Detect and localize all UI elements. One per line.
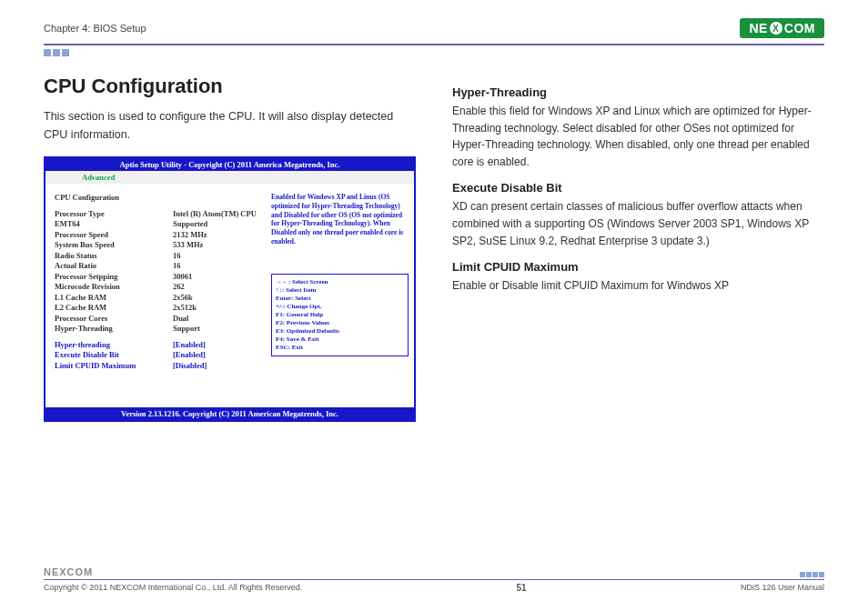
bios-row-value: Dual xyxy=(173,314,264,324)
bios-row-value: 262 xyxy=(173,282,264,292)
bios-key-hint: ESC: Exit xyxy=(276,344,404,352)
bios-option-label: Hyper-threading xyxy=(55,340,173,350)
bios-row-value: 533 MHz xyxy=(173,240,264,250)
footer-logo: NEXCOM xyxy=(44,566,93,577)
right-column: Hyper-ThreadingEnable this field for Win… xyxy=(452,75,824,422)
bios-tab-bar: Advanced xyxy=(45,171,414,184)
bios-key-hint: →←: Select Screen xyxy=(276,278,404,286)
bios-screenshot: Aptio Setup Utility - Copyright (C) 2011… xyxy=(44,156,416,422)
bios-section-heading: CPU Configuration xyxy=(55,193,173,202)
bios-row-label: Processor Cores xyxy=(55,314,173,324)
page-footer: NEXCOM Copyright © 2011 NEXCOM Internati… xyxy=(44,566,824,593)
bios-row-label: Processor Setpping xyxy=(55,272,173,282)
bios-option-value: [Enabled] xyxy=(173,340,264,350)
bios-row-value: 16 xyxy=(173,261,264,271)
bios-key-hint: ↑↓: Select Item xyxy=(276,286,404,295)
page-number: 51 xyxy=(517,583,527,593)
bios-row-label: Actual Ratio xyxy=(55,261,173,271)
bios-row-label: Processor Type xyxy=(55,209,173,219)
bios-key-hint: Enter: Select xyxy=(276,295,404,303)
bios-key-hint: F1: General Help xyxy=(276,311,404,319)
bios-key-hint: +/-: Change Opt. xyxy=(276,303,404,311)
bios-row-label: L2 Cache RAM xyxy=(55,303,173,313)
copyright-text: Copyright © 2011 NEXCOM International Co… xyxy=(44,583,302,593)
bios-row-value: 2132 MHz xyxy=(173,230,264,240)
nexcom-logo: NE X COM xyxy=(740,18,824,38)
bios-row-label: Radio Status xyxy=(55,251,173,261)
bios-title-bar: Aptio Setup Utility - Copyright (C) 2011… xyxy=(45,158,414,171)
bios-row-value: 2x56k xyxy=(173,293,264,303)
bios-option-label: Execute Disable Bit xyxy=(55,350,173,360)
bios-row-label: Hyper-Threading xyxy=(55,324,173,334)
header-divider xyxy=(44,44,824,45)
section-body: Enable or Disable limit CPUID Maximum fo… xyxy=(452,277,824,295)
bios-row-value: Intel (R) Atom(TM) CPU xyxy=(173,209,264,219)
bios-key-hint: F3: Optimized Defaults xyxy=(276,327,404,336)
bios-row-value: 16 xyxy=(173,251,264,261)
bios-footer-bar: Version 2.13.1216. Copyright (C) 2011 Am… xyxy=(45,407,414,420)
bios-row-value: 30061 xyxy=(173,272,264,282)
bios-row-label: L1 Cache RAM xyxy=(55,293,173,303)
footer-decorative-dots xyxy=(800,572,824,577)
bios-help-text: Enabled for Windows XP and Linux (OS opt… xyxy=(271,193,409,246)
intro-text: This section is used to configure the CP… xyxy=(44,107,416,144)
section-body: Enable this field for Windows XP and Lin… xyxy=(452,103,824,170)
chapter-label: Chapter 4: BIOS Setup xyxy=(44,23,146,34)
bios-option-value: [Enabled] xyxy=(173,350,264,360)
bios-row-label: Processor Speed xyxy=(55,230,173,240)
page-header: Chapter 4: BIOS Setup NE X COM xyxy=(44,18,824,44)
page-title: CPU Configuration xyxy=(44,75,416,98)
bios-row-label: System Bus Speed xyxy=(55,240,173,250)
bios-option-label: Limit CPUID Maximum xyxy=(55,361,173,371)
bios-key-hint: F2: Previous Values xyxy=(276,319,404,327)
section-heading: Execute Disable Bit xyxy=(452,181,824,195)
bios-option-value: [Disabled] xyxy=(173,361,264,371)
section-heading: Hyper-Threading xyxy=(452,85,824,99)
bios-row-value: 2x512k xyxy=(173,303,264,313)
section-body: XD can present certain classes of malici… xyxy=(452,198,824,249)
bios-row-value: Support xyxy=(173,324,264,334)
bios-tab-advanced: Advanced xyxy=(82,173,115,182)
bios-row-label: Microcode Revision xyxy=(55,282,173,292)
bios-key-legend: →←: Select Screen↑↓: Select ItemEnter: S… xyxy=(271,274,409,357)
section-heading: Limit CPUID Maximum xyxy=(452,260,824,274)
decorative-squares xyxy=(44,49,824,56)
bios-key-hint: F4: Save & Exit xyxy=(276,336,404,344)
bios-row-value: Supported xyxy=(173,219,264,229)
left-column: CPU Configuration This section is used t… xyxy=(44,75,416,422)
manual-name: NDiS 126 User Manual xyxy=(741,583,824,593)
bios-row-label: EMT64 xyxy=(55,219,173,229)
